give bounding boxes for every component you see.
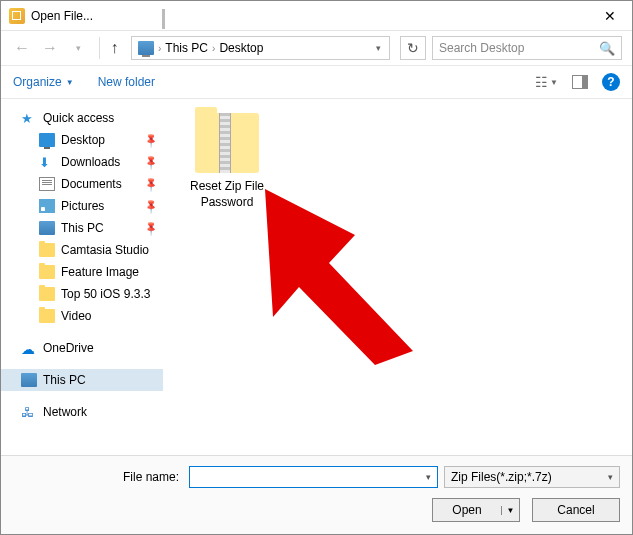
zip-file-icon bbox=[195, 113, 259, 173]
desktop-icon bbox=[39, 133, 55, 147]
breadcrumb-this-pc[interactable]: This PC bbox=[161, 41, 212, 55]
open-label: Open bbox=[433, 503, 501, 517]
view-icon: ☷ bbox=[535, 74, 548, 90]
recent-dropdown[interactable]: ▾ bbox=[67, 37, 89, 59]
sidebar-item-label: OneDrive bbox=[43, 341, 94, 355]
folder-icon bbox=[39, 287, 55, 301]
refresh-button[interactable]: ↻ bbox=[400, 36, 426, 60]
sidebar-pictures[interactable]: Pictures 📌 bbox=[1, 195, 163, 217]
folder-icon bbox=[39, 243, 55, 257]
command-bar: Organize ▼ New folder ☷ ▼ ? bbox=[1, 65, 632, 99]
sidebar-desktop[interactable]: Desktop 📌 bbox=[1, 129, 163, 151]
nav-bar: ← → ▾ ↑ › This PC › Desktop ▾ ↻ Search D… bbox=[1, 31, 632, 65]
pin-icon: 📌 bbox=[143, 176, 159, 192]
search-input[interactable]: Search Desktop 🔍 bbox=[432, 36, 622, 60]
bottom-panel: File name: ▾ Zip Files(*.zip;*.7z) ▾ Ope… bbox=[1, 455, 632, 534]
organize-menu[interactable]: Organize ▼ bbox=[13, 75, 74, 89]
body: ★ Quick access Desktop 📌 ⬇ Downloads 📌 D… bbox=[1, 99, 632, 445]
sidebar-onedrive[interactable]: ☁ OneDrive bbox=[1, 337, 163, 359]
chevron-down-icon: ▾ bbox=[602, 472, 619, 482]
folder-icon bbox=[39, 265, 55, 279]
address-dropdown[interactable]: ▾ bbox=[370, 43, 387, 53]
sidebar-video[interactable]: Video bbox=[1, 305, 163, 327]
open-dropdown[interactable]: ▼ bbox=[501, 506, 519, 515]
window-title: Open File... bbox=[31, 9, 587, 23]
pin-icon: 📌 bbox=[143, 154, 159, 170]
filename-input[interactable] bbox=[190, 468, 420, 486]
sidebar-item-label: Pictures bbox=[61, 199, 104, 213]
chevron-down-icon: ▼ bbox=[550, 78, 558, 87]
help-button[interactable]: ? bbox=[602, 73, 620, 91]
file-name: Reset Zip File Password bbox=[177, 179, 277, 210]
sidebar-item-label: Documents bbox=[61, 177, 122, 191]
network-icon: 🖧 bbox=[21, 405, 37, 419]
document-icon bbox=[39, 177, 55, 191]
filename-combo[interactable]: ▾ bbox=[189, 466, 438, 488]
sidebar-item-label: This PC bbox=[43, 373, 86, 387]
sidebar-this-pc-pinned[interactable]: This PC 📌 bbox=[1, 217, 163, 239]
sidebar-feature-image[interactable]: Feature Image bbox=[1, 261, 163, 283]
back-button[interactable]: ← bbox=[11, 37, 33, 59]
pc-icon bbox=[39, 221, 55, 235]
onedrive-icon: ☁ bbox=[21, 341, 37, 355]
pin-icon: 📌 bbox=[143, 198, 159, 214]
chevron-down-icon: ▼ bbox=[66, 78, 74, 87]
organize-label: Organize bbox=[13, 75, 62, 89]
close-button[interactable]: ✕ bbox=[587, 1, 632, 31]
filter-label: Zip Files(*.zip;*.7z) bbox=[451, 470, 552, 484]
open-button[interactable]: Open ▼ bbox=[432, 498, 520, 522]
sidebar-downloads[interactable]: ⬇ Downloads 📌 bbox=[1, 151, 163, 173]
file-list[interactable]: Reset Zip File Password bbox=[163, 99, 632, 445]
folder-icon bbox=[39, 309, 55, 323]
sidebar-item-label: Desktop bbox=[61, 133, 105, 147]
pane-resizer[interactable] bbox=[162, 9, 165, 29]
sidebar-item-label: Quick access bbox=[43, 111, 114, 125]
sidebar-item-label: Feature Image bbox=[61, 265, 139, 279]
star-icon: ★ bbox=[21, 111, 37, 125]
file-item-zip[interactable]: Reset Zip File Password bbox=[177, 113, 277, 210]
pc-icon bbox=[21, 373, 37, 387]
sidebar-this-pc[interactable]: This PC bbox=[1, 369, 163, 391]
pc-icon bbox=[138, 41, 154, 55]
address-bar[interactable]: › This PC › Desktop ▾ bbox=[131, 36, 390, 60]
chevron-down-icon[interactable]: ▾ bbox=[420, 472, 437, 482]
preview-pane-button[interactable] bbox=[572, 75, 588, 89]
sidebar-item-label: Downloads bbox=[61, 155, 120, 169]
sidebar-item-label: This PC bbox=[61, 221, 104, 235]
sidebar-camtasia[interactable]: Camtasia Studio bbox=[1, 239, 163, 261]
up-button[interactable]: ↑ bbox=[99, 37, 121, 59]
sidebar-quick-access[interactable]: ★ Quick access bbox=[1, 107, 163, 129]
pin-icon: 📌 bbox=[143, 132, 159, 148]
sidebar-item-label: Top 50 iOS 9.3.3 bbox=[61, 287, 150, 301]
title-bar: Open File... ✕ bbox=[1, 1, 632, 31]
sidebar-item-label: Network bbox=[43, 405, 87, 419]
filename-label: File name: bbox=[13, 470, 183, 484]
search-placeholder: Search Desktop bbox=[439, 41, 524, 55]
download-icon: ⬇ bbox=[39, 155, 55, 169]
app-icon bbox=[9, 8, 25, 24]
pin-icon: 📌 bbox=[143, 220, 159, 236]
pictures-icon bbox=[39, 199, 55, 213]
sidebar-network[interactable]: 🖧 Network bbox=[1, 401, 163, 423]
sidebar-top50[interactable]: Top 50 iOS 9.3.3 bbox=[1, 283, 163, 305]
view-mode-button[interactable]: ☷ ▼ bbox=[535, 74, 558, 90]
navigation-pane: ★ Quick access Desktop 📌 ⬇ Downloads 📌 D… bbox=[1, 99, 163, 445]
sidebar-item-label: Video bbox=[61, 309, 91, 323]
cancel-button[interactable]: Cancel bbox=[532, 498, 620, 522]
search-icon: 🔍 bbox=[599, 41, 615, 56]
forward-button[interactable]: → bbox=[39, 37, 61, 59]
new-folder-button[interactable]: New folder bbox=[98, 75, 155, 89]
breadcrumb-desktop[interactable]: Desktop bbox=[215, 41, 267, 55]
sidebar-documents[interactable]: Documents 📌 bbox=[1, 173, 163, 195]
filetype-filter[interactable]: Zip Files(*.zip;*.7z) ▾ bbox=[444, 466, 620, 488]
sidebar-item-label: Camtasia Studio bbox=[61, 243, 149, 257]
